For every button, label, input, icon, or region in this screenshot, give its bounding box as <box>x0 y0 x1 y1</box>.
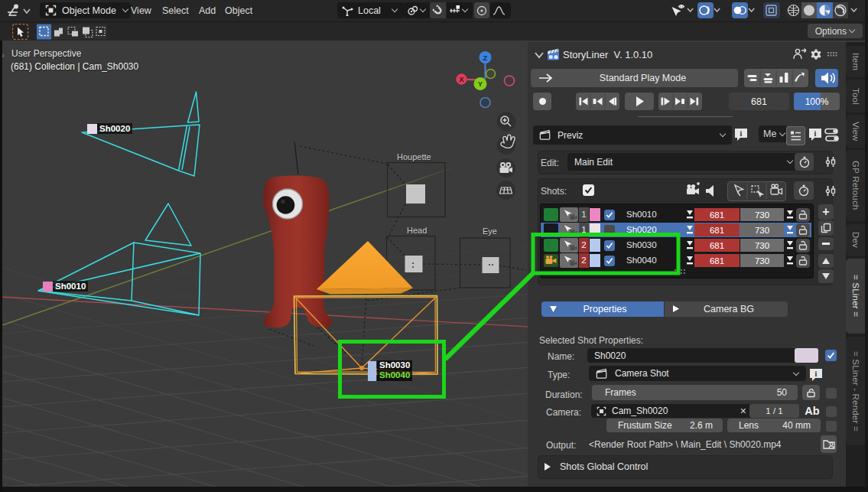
svg-text:i: i <box>815 370 818 378</box>
svg-text:i: i <box>740 129 743 138</box>
svg-text:Y: Y <box>478 80 483 88</box>
svg-text:X: X <box>459 75 464 83</box>
svg-text:i: i <box>814 129 817 138</box>
svg-text:Z: Z <box>483 54 488 62</box>
